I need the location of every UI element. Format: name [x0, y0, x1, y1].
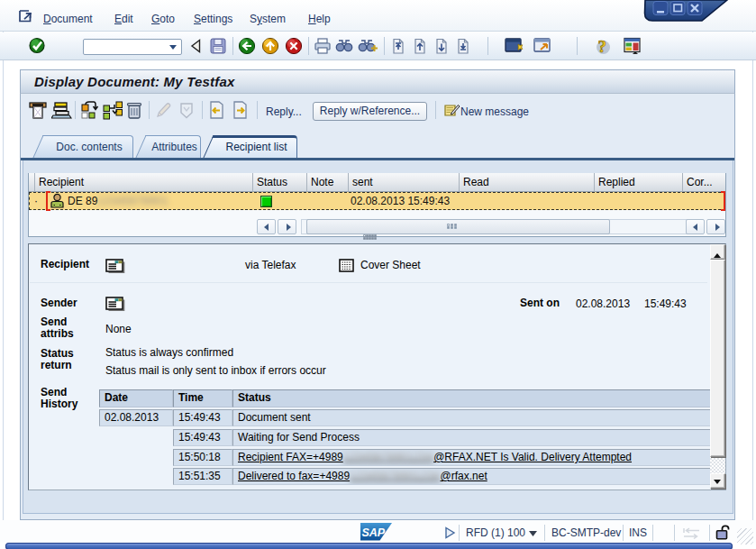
- column-header-replied[interactable]: Replied: [595, 173, 683, 192]
- window-bottom-edge: [5, 543, 733, 549]
- tab-doc-contents[interactable]: Doc. contents: [32, 135, 133, 159]
- close-button[interactable]: [688, 2, 702, 15]
- new-message-button[interactable]: New message: [460, 105, 529, 119]
- menu-system[interactable]: System: [250, 11, 286, 27]
- previous-document-icon[interactable]: [207, 101, 226, 120]
- send-history-label: Send History: [41, 387, 87, 410]
- back-icon[interactable]: [190, 39, 201, 53]
- history-header-status: Status: [232, 389, 715, 407]
- status-return-line2: Status mail is only sent to inbox if err…: [105, 364, 326, 377]
- save-icon[interactable]: [210, 38, 226, 54]
- system-field-dropdown-icon[interactable]: [528, 530, 538, 537]
- history-cell-time: 15:50:18: [173, 449, 232, 466]
- scroll-left-arrow-icon: [693, 224, 697, 231]
- sent-cell[interactable]: 02.08.2013 15:49:43: [351, 195, 450, 207]
- document-stack-icon[interactable]: [51, 101, 72, 120]
- table-scroll-right-end-button[interactable]: [706, 219, 725, 234]
- tab-recipient-list[interactable]: Recipient list: [203, 135, 297, 159]
- details-scroll-down-button[interactable]: [710, 473, 725, 489]
- column-header-status[interactable]: Status: [253, 173, 307, 192]
- table-scroll-right-button[interactable]: [278, 219, 296, 234]
- create-shortcut-icon[interactable]: [533, 37, 553, 55]
- reply-button[interactable]: Reply...: [266, 105, 302, 119]
- forward-icon[interactable]: [103, 101, 123, 120]
- column-header-note[interactable]: Note: [307, 173, 349, 192]
- menu-help[interactable]: Help: [308, 11, 331, 27]
- menu-settings[interactable]: Settings: [194, 11, 232, 27]
- table-hscrollbar-grip: [448, 224, 449, 225]
- sent-on-date: 02.08.2013: [576, 297, 630, 310]
- previous-page-icon[interactable]: [412, 38, 428, 54]
- command-field[interactable]: [83, 39, 182, 55]
- detail-sender-label: Sender: [41, 297, 77, 309]
- help-icon[interactable]: ?: [593, 37, 613, 56]
- history-cell-status-link[interactable]: Recipient FAX=+498912345678901234@RFAX.N…: [232, 449, 715, 466]
- new-message-icon[interactable]: [443, 102, 460, 118]
- enter-check-icon[interactable]: [29, 37, 46, 54]
- sent-on-time: 15:49:43: [644, 297, 687, 310]
- resize-grip[interactable]: [737, 528, 753, 544]
- exit-circle-icon[interactable]: [261, 37, 279, 55]
- history-cell-time: 15:49:43: [173, 409, 232, 426]
- recipient-cell[interactable]: DE 8912345678901: [68, 195, 169, 207]
- column-header-read[interactable]: Read: [460, 173, 595, 192]
- new-session-icon[interactable]: [505, 37, 524, 55]
- history-link-text: Delivered to fax=+498912345678901234@rfa…: [238, 470, 487, 482]
- print-icon[interactable]: [314, 38, 332, 54]
- tab-attributes[interactable]: Attributes: [135, 135, 201, 159]
- server-field[interactable]: BC-SMTP-dev: [551, 526, 621, 540]
- down-arrow-icon: [714, 480, 721, 488]
- menu-edit[interactable]: Edit: [114, 11, 133, 27]
- status-performance-icon[interactable]: [444, 526, 456, 539]
- menu-goto[interactable]: Goto: [151, 11, 175, 27]
- send-attribs-label: Send attribs: [41, 316, 87, 340]
- sap-gui-window: Document Edit Goto Settings System Help: [0, 0, 756, 549]
- last-page-icon[interactable]: [455, 38, 471, 54]
- system-session-field[interactable]: RFD (1) 100: [466, 526, 525, 540]
- table-scroll-left-end-button[interactable]: [686, 219, 705, 234]
- insert-mode-field[interactable]: INS: [629, 526, 647, 540]
- status-green-indicator[interactable]: [260, 196, 272, 207]
- history-link-text: Recipient FAX=+498912345678901234@RFAX.N…: [238, 451, 632, 463]
- cancel-circle-icon[interactable]: [285, 37, 303, 55]
- delete-icon[interactable]: [125, 101, 143, 120]
- fax-recipient-icon: [50, 193, 65, 208]
- table-hscrollbar-thumb[interactable]: [306, 219, 610, 234]
- column-header-recipient[interactable]: Recipient: [35, 173, 253, 192]
- first-page-icon[interactable]: [390, 38, 406, 54]
- status-return-label: Status return: [41, 348, 87, 371]
- find-next-icon[interactable]: [358, 38, 378, 53]
- minimize-button[interactable]: [653, 2, 668, 15]
- history-cell-date: 02.08.2013: [99, 409, 173, 426]
- data-transfer-icon: [682, 527, 701, 539]
- back-circle-icon[interactable]: [238, 37, 256, 55]
- customize-layout-icon[interactable]: [624, 37, 642, 55]
- next-document-icon[interactable]: [231, 101, 250, 120]
- cover-sheet-icon[interactable]: [339, 259, 355, 273]
- sender-document-icon[interactable]: [105, 297, 125, 311]
- menu-document[interactable]: Document: [43, 11, 93, 27]
- next-page-icon[interactable]: [433, 38, 450, 54]
- status-return-line1: Status is always confirmed: [105, 346, 233, 359]
- history-cell-status-link[interactable]: Delivered to fax=+498912345678901234@rfa…: [232, 468, 715, 485]
- window-controls: [637, 0, 734, 23]
- table-scroll-left-button[interactable]: [257, 219, 276, 234]
- reply-with-reference-button[interactable]: Reply w/Reference...: [313, 102, 427, 121]
- details-scroll-up-button[interactable]: [710, 244, 725, 260]
- splitter-handle[interactable]: [364, 235, 365, 236]
- via-telefax-value: via Telefax: [245, 259, 296, 271]
- column-header-cor[interactable]: Cor...: [683, 173, 725, 192]
- recipient-document-icon[interactable]: [105, 259, 125, 273]
- column-header-selector[interactable]: [29, 173, 35, 192]
- system-menu-icon[interactable]: [18, 9, 33, 23]
- svg-text:SAP: SAP: [362, 526, 386, 539]
- details-scrollbar-thumb[interactable]: [710, 260, 725, 457]
- column-header-sent[interactable]: sent: [349, 173, 460, 192]
- print-document-icon[interactable]: [28, 101, 48, 120]
- resubmission-icon[interactable]: [80, 101, 100, 120]
- find-icon[interactable]: [335, 38, 354, 53]
- maximize-button[interactable]: [670, 2, 685, 15]
- lock-open-icon[interactable]: [715, 525, 732, 541]
- recipient-redacted: 12345678901: [97, 195, 169, 207]
- change-icon: [154, 101, 173, 120]
